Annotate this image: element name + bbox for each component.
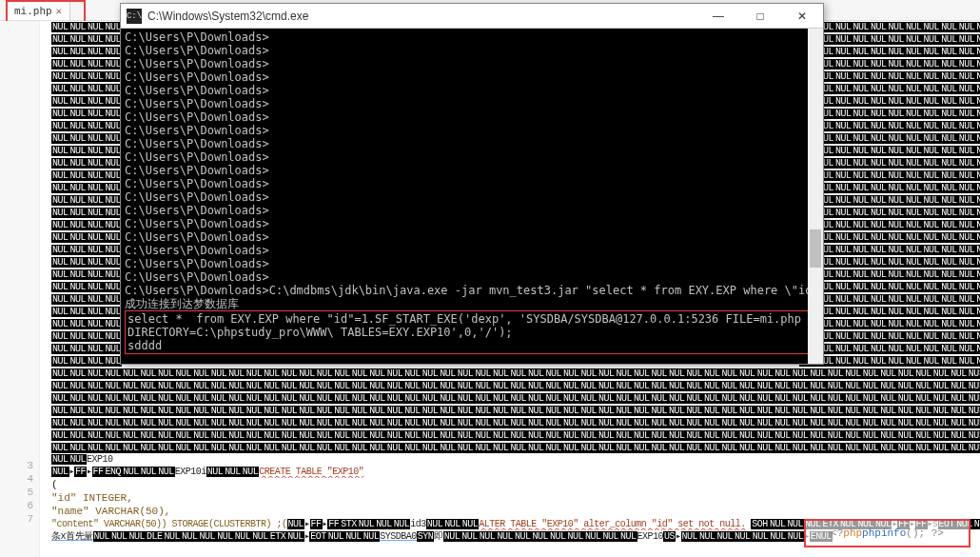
code-line: "name" VARCHAR(50), (51, 505, 980, 518)
close-icon[interactable]: ✕ (56, 5, 63, 17)
cmd-scroll-thumb[interactable] (810, 229, 821, 268)
gutter-line: 6 (0, 499, 33, 512)
gutter-line: 5 (0, 486, 33, 499)
gutter-line: 4 (0, 472, 33, 486)
file-tab-label: mi.php (14, 6, 52, 17)
php-snippet-annotation: <?php phpinfo(); ?> (804, 519, 970, 547)
code-line: ( (51, 478, 980, 491)
cmd-icon: C:\ (127, 9, 142, 24)
code-line: NUL▸FF▸FFENQNULNULNULEXP10iNULNULNULCREA… (51, 466, 980, 478)
editor-nul-block-right: NULNULNULNULNULNULNULNULNULNULNULNULNULN… (799, 21, 980, 368)
cmd-highlighted-query: select * from EXY.EXP where "id"=1.SF_ST… (125, 310, 819, 354)
cmd-titlebar[interactable]: C:\ C:\Windows\System32\cmd.exe — □ ✕ (121, 4, 823, 29)
cmd-title-text: C:\Windows\System32\cmd.exe (147, 10, 697, 23)
code-line: NULNULEXP10 (51, 453, 980, 466)
cmd-scrollbar[interactable] (808, 29, 823, 364)
cmd-output[interactable]: C:\Users\P\Downloads> C:\Users\P\Downloa… (121, 29, 823, 364)
minimize-button[interactable]: — (697, 4, 739, 29)
close-button[interactable]: ✕ (781, 4, 823, 29)
gutter-line: 7 (0, 512, 33, 526)
file-tab-mi-php[interactable]: mi.php ✕ (6, 1, 70, 20)
code-line: "id" INTEGER, (51, 491, 980, 505)
cmd-window[interactable]: C:\ C:\Windows\System32\cmd.exe — □ ✕ C:… (120, 3, 824, 365)
gutter-line: 3 (0, 459, 33, 472)
maximize-button[interactable]: □ (739, 4, 781, 29)
editor-gutter: 3 4 5 6 7 (0, 21, 40, 557)
